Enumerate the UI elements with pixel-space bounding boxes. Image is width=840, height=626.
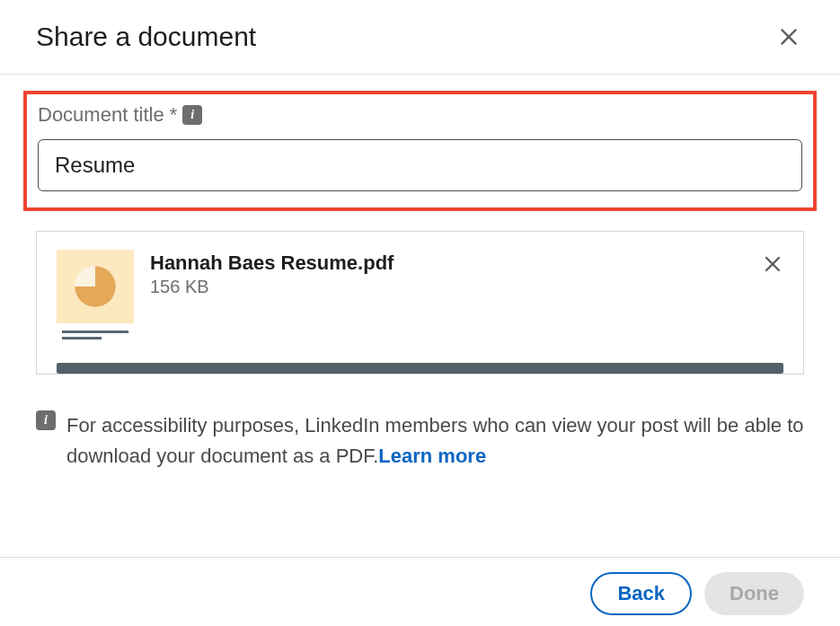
- required-indicator: *: [170, 103, 178, 127]
- document-title-input[interactable]: [38, 139, 802, 191]
- back-button[interactable]: Back: [590, 572, 692, 615]
- title-label-row: Document title * i: [38, 103, 802, 127]
- title-field-highlight: Document title * i: [23, 91, 817, 211]
- info-icon[interactable]: i: [182, 105, 202, 125]
- file-thumbnail: [57, 250, 134, 339]
- file-info: Hannah Baes Resume.pdf 156 KB: [150, 250, 746, 297]
- info-icon: i: [36, 410, 56, 430]
- modal-title: Share a document: [36, 22, 256, 52]
- file-name: Hannah Baes Resume.pdf: [150, 251, 746, 275]
- close-button[interactable]: [774, 22, 804, 52]
- thumbnail-lines-icon: [62, 331, 128, 339]
- close-icon: [777, 25, 800, 48]
- remove-file-button[interactable]: [762, 250, 783, 278]
- modal-footer: Back Done: [0, 557, 840, 626]
- done-button[interactable]: Done: [704, 572, 804, 615]
- file-size: 156 KB: [150, 277, 746, 297]
- upload-progress-bar: [57, 363, 783, 374]
- modal-header: Share a document: [0, 0, 840, 75]
- accessibility-note: i For accessibility purposes, LinkedIn m…: [36, 410, 804, 472]
- document-thumbnail-icon: [57, 250, 134, 323]
- title-label: Document title: [38, 103, 164, 127]
- close-icon: [762, 253, 783, 275]
- learn-more-link[interactable]: Learn more: [378, 445, 486, 467]
- file-row: Hannah Baes Resume.pdf 156 KB: [57, 250, 783, 339]
- note-text: For accessibility purposes, LinkedIn mem…: [66, 410, 804, 472]
- attached-file-card: Hannah Baes Resume.pdf 156 KB: [36, 231, 804, 375]
- modal-body: Document title * i Hannah Baes Resume.pd…: [0, 75, 840, 472]
